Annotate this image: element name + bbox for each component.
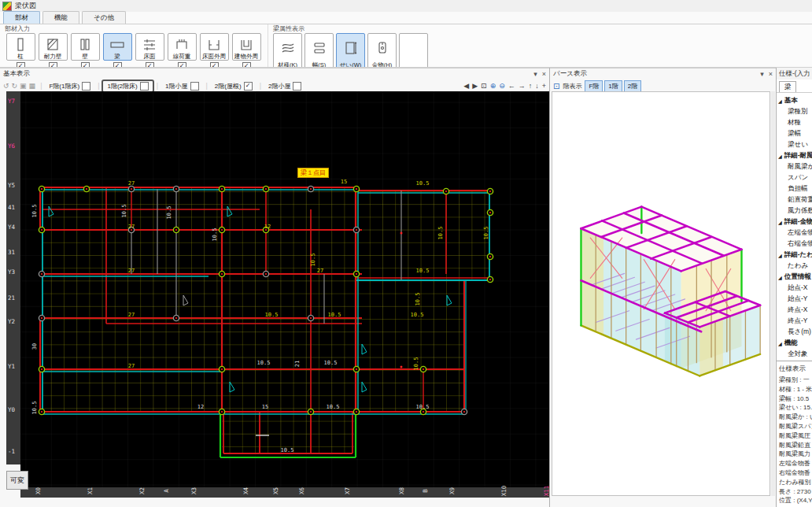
history-icon[interactable]: ↺ — [3, 82, 9, 90]
tree-group[interactable]: ◢詳細-耐風 — [777, 150, 812, 161]
ribbon-tab[interactable]: 機能 — [42, 11, 79, 24]
variable-button[interactable]: 可変 — [6, 471, 28, 490]
tree-item[interactable]: 長さ(m) — [777, 327, 812, 338]
part-checkbox[interactable]: ✓ — [81, 62, 90, 68]
tab-beam[interactable]: 梁 — [779, 81, 796, 92]
nav-icon[interactable]: + — [542, 82, 546, 90]
perspective-floor-button[interactable]: 1階 — [604, 80, 622, 92]
floor-button[interactable]: 1階(2階床) — [102, 80, 153, 93]
hardware-button[interactable]: 金物(H) — [367, 33, 397, 68]
floor-button[interactable]: 1階小屋 — [161, 80, 203, 92]
depth-button[interactable]: せい(W) — [336, 33, 365, 68]
tree-group[interactable]: ◢位置情報 — [777, 272, 812, 283]
floor-outline-button[interactable]: 床面外周 — [200, 33, 229, 61]
nav-icon[interactable]: ⊕ — [490, 82, 496, 90]
tree-item[interactable]: 材種 — [777, 117, 812, 128]
tree-item[interactable]: 梁せい — [777, 139, 812, 150]
floor-checkbox[interactable] — [293, 82, 301, 91]
property-tree: ◢基本梁種別材種梁幅梁せい◢詳細-耐風耐風梁かスパン負担幅鉛直荷重風力係数◢詳細… — [777, 92, 812, 360]
part-checkbox[interactable]: ✓ — [210, 62, 219, 68]
perspective-floor-button[interactable]: F階 — [585, 80, 603, 92]
perspective-floor-button[interactable]: 2階 — [624, 80, 641, 92]
chevron-down-icon[interactable]: ▾ — [760, 70, 764, 78]
tree-item[interactable]: 全対象 — [777, 349, 812, 360]
tree-item[interactable]: 鉛直荷重 — [777, 194, 812, 205]
tree-item[interactable]: 耐風梁か — [777, 161, 812, 172]
blank-button[interactable] — [399, 33, 428, 68]
close-icon[interactable]: × — [542, 70, 546, 78]
column-button[interactable]: 柱 — [6, 33, 35, 61]
nav-icon[interactable]: ⊖ — [499, 82, 505, 90]
nav-icon[interactable]: ◀ — [463, 82, 469, 90]
tree-item[interactable]: 終点-X — [777, 305, 812, 316]
tree-group[interactable]: ◢詳細-たわみ — [777, 250, 812, 261]
nav-icon[interactable]: ← — [508, 82, 515, 90]
spec-panel: 仕様-(入力 梁 ◢基本梁種別材種梁幅梁せい◢詳細-耐風耐風梁かスパン負担幅鉛直… — [776, 68, 812, 507]
history-icon[interactable]: ▦ — [29, 82, 36, 90]
nav-icon[interactable]: ↓ — [535, 82, 539, 90]
tree-item[interactable]: 始点-X — [777, 283, 812, 294]
y-axis-label: Y2 — [8, 318, 15, 325]
tree-item[interactable]: 梁幅 — [777, 128, 812, 139]
scrollbar[interactable] — [771, 91, 775, 496]
floor-checkbox[interactable] — [82, 82, 90, 91]
chevron-down-icon[interactable]: ▾ — [533, 70, 537, 78]
history-icon[interactable]: ▣ — [20, 82, 27, 90]
part-checkbox[interactable]: ✓ — [17, 62, 25, 68]
shear-wall-button[interactable]: 耐力壁 — [39, 33, 68, 61]
ribbon-tab[interactable]: その他 — [82, 11, 126, 24]
attr-button-label: 幅(S) — [312, 61, 327, 68]
floor-checkbox[interactable] — [190, 82, 199, 91]
floor-button[interactable]: 2階(屋根)✓ — [210, 80, 257, 92]
tree-label: 基本 — [784, 96, 798, 105]
nav-icon[interactable]: → — [519, 82, 526, 90]
tree-group[interactable]: ◢機能 — [777, 338, 812, 349]
floor-button[interactable]: 2階小屋 — [264, 80, 306, 92]
part-button-label: 床面外周 — [202, 53, 226, 60]
tree-label: 始点-X — [788, 283, 808, 293]
spec-line: 梁せい : 15.0 — [777, 403, 812, 413]
width-button[interactable]: 幅(S) — [304, 33, 334, 68]
floor-checkbox[interactable]: ✓ — [244, 82, 253, 91]
x-axis-label: X6 — [298, 487, 305, 494]
wood-type-button[interactable]: 材種(K) — [273, 33, 302, 68]
tree-group[interactable]: ◢詳細-金物 — [777, 216, 812, 228]
tree-label: 左端金物 — [788, 228, 812, 238]
spec-panel-title: 仕様-(入力 — [777, 68, 812, 80]
tree-item[interactable]: 風力係数 — [777, 205, 812, 216]
tree-item[interactable]: 負担幅 — [777, 183, 812, 194]
attr-buttons: 材種(K)幅(S)せい(W)金物(H) — [273, 33, 430, 68]
tree-item[interactable]: スパン — [777, 172, 812, 183]
nav-icon[interactable]: ⊡ — [481, 82, 487, 90]
tree-item[interactable]: 終点-Y — [777, 316, 812, 327]
part-checkbox[interactable]: ✓ — [113, 62, 122, 68]
line-load-button[interactable]: 線荷重 — [168, 33, 197, 61]
history-icon[interactable]: ↻ — [12, 82, 18, 90]
fit-view-icon[interactable]: ⊡ — [553, 82, 559, 91]
tree-item[interactable]: 右端金物 — [777, 239, 812, 250]
ribbon-tab[interactable]: 部材 — [3, 11, 40, 24]
plan-canvas[interactable]: 271510.52712272710.52710.510.510.52710.5… — [0, 91, 549, 507]
part-checkbox[interactable]: ✓ — [242, 62, 251, 68]
tree-group[interactable]: ◢基本 — [777, 95, 812, 106]
floor-checkbox[interactable] — [140, 82, 149, 91]
tree-item[interactable]: たわみ — [777, 261, 812, 272]
nav-icon[interactable]: ▶ — [472, 82, 478, 90]
tree-item[interactable]: 梁種別 — [777, 106, 812, 117]
floor-button[interactable]: 床面 — [135, 33, 164, 61]
group-label: 部材入力 — [5, 25, 263, 33]
part-checkbox[interactable]: ✓ — [49, 62, 57, 68]
wall-button[interactable]: 壁 — [71, 33, 100, 61]
tree-label: 機能 — [784, 339, 798, 348]
tree-item[interactable]: 左端金物 — [777, 228, 812, 239]
part-checkbox[interactable]: ✓ — [178, 62, 186, 68]
nav-icon[interactable]: ↑ — [529, 82, 533, 90]
building-outline-button[interactable]: 建物外周 — [232, 33, 261, 61]
perspective-viewport[interactable] — [552, 91, 770, 496]
floor-button[interactable]: F階(1階床) — [44, 80, 95, 92]
tree-item[interactable]: 始点-Y — [777, 294, 812, 305]
close-icon[interactable]: × — [769, 70, 773, 78]
floor-buttons: F階(1階床)|1階(2階床)|1階小屋|2階(屋根)✓|2階小屋 — [44, 80, 306, 93]
beam-button[interactable]: 梁 — [103, 33, 132, 61]
part-checkbox[interactable]: ✓ — [146, 62, 154, 68]
